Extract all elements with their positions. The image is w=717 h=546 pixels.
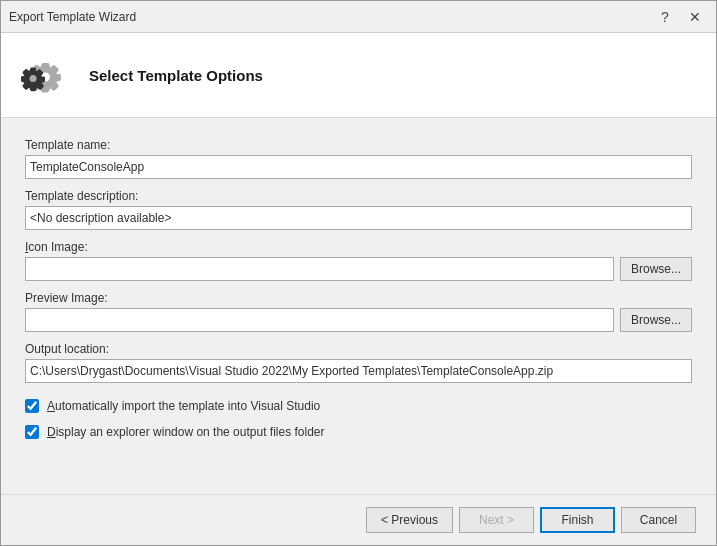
output-location-group: Output location: — [25, 342, 692, 383]
dialog-title: Export Template Wizard — [9, 10, 136, 24]
title-bar-left: Export Template Wizard — [9, 10, 136, 24]
checkbox-group: Automatically import the template into V… — [25, 399, 692, 439]
auto-import-row: Automatically import the template into V… — [25, 399, 692, 413]
dialog-window: Export Template Wizard ? ✕ Select Templa… — [0, 0, 717, 546]
title-bar-controls: ? ✕ — [652, 6, 708, 28]
next-button[interactable]: Next > — [459, 507, 534, 533]
template-description-label: Template description: — [25, 189, 692, 203]
preview-image-input[interactable] — [25, 308, 614, 332]
preview-image-row: Browse... — [25, 308, 692, 332]
title-bar: Export Template Wizard ? ✕ — [1, 1, 716, 33]
gear-icon — [21, 49, 73, 101]
previous-button[interactable]: < Previous — [366, 507, 453, 533]
display-explorer-label: Display an explorer window on the output… — [47, 425, 325, 439]
close-button[interactable]: ✕ — [682, 6, 708, 28]
browse-preview-button[interactable]: Browse... — [620, 308, 692, 332]
template-description-input[interactable] — [25, 206, 692, 230]
template-name-input[interactable] — [25, 155, 692, 179]
icon-image-group: Icon Image: Browse... — [25, 240, 692, 281]
browse-icon-button[interactable]: Browse... — [620, 257, 692, 281]
preview-image-label: Preview Image: — [25, 291, 692, 305]
icon-image-label: Icon Image: — [25, 240, 692, 254]
display-explorer-checkbox[interactable] — [25, 425, 39, 439]
cancel-button[interactable]: Cancel — [621, 507, 696, 533]
icon-image-row: Browse... — [25, 257, 692, 281]
finish-button[interactable]: Finish — [540, 507, 615, 533]
template-name-group: Template name: — [25, 138, 692, 179]
footer: < Previous Next > Finish Cancel — [1, 494, 716, 545]
display-explorer-row: Display an explorer window on the output… — [25, 425, 692, 439]
header-section: Select Template Options — [1, 33, 716, 118]
output-location-label: Output location: — [25, 342, 692, 356]
content-area: Template name: Template description: Ico… — [1, 118, 716, 494]
help-button[interactable]: ? — [652, 6, 678, 28]
template-name-label: Template name: — [25, 138, 692, 152]
header-title: Select Template Options — [89, 67, 263, 84]
preview-image-group: Preview Image: Browse... — [25, 291, 692, 332]
output-location-input[interactable] — [25, 359, 692, 383]
auto-import-label: Automatically import the template into V… — [47, 399, 320, 413]
icon-image-input[interactable] — [25, 257, 614, 281]
template-description-group: Template description: — [25, 189, 692, 230]
auto-import-checkbox[interactable] — [25, 399, 39, 413]
